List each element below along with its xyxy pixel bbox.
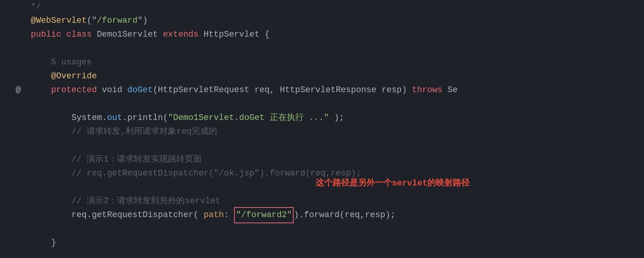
code-token: void — [97, 83, 127, 97]
code-line-7: protected void doGet(HttpServletRequest … — [31, 83, 644, 97]
code-line-15: // 演示2：请求转发到另外的servlet — [31, 194, 644, 208]
code-token-keyword: public — [31, 28, 61, 41]
code-token-comment: // req.getRequestDispatcher("/ok.jsp").f… — [31, 167, 361, 180]
code-line-11 — [31, 139, 644, 153]
code-token: req.getRequestDispatcher( — [31, 208, 204, 222]
editor-container: @ */ @WebServlet("/forward") public clas… — [0, 0, 644, 258]
code-token-param: path — [204, 208, 224, 222]
code-token-keyword: class — [66, 28, 92, 41]
code-token-method: out — [107, 111, 122, 125]
code-token: ); — [329, 111, 345, 125]
code-token: ") — [137, 14, 147, 27]
code-token-hint-box: "/forward2" — [234, 207, 294, 223]
code-token: */ — [31, 0, 41, 13]
code-token-string: /forward — [97, 14, 138, 27]
code-line-1: */ — [31, 0, 644, 14]
code-token: } — [31, 236, 56, 250]
code-token-annotation: @WebServlet — [31, 14, 87, 27]
code-token-throws: throws — [412, 83, 442, 97]
code-line-2: @WebServlet("/forward") — [31, 14, 644, 28]
code-token: (" — [87, 14, 97, 27]
code-line-12: // 演示1：请求转发实现跳转页面 — [31, 153, 644, 167]
code-token: .println( — [122, 111, 168, 125]
code-token: (HttpServletRequest req, HttpServletResp… — [153, 83, 412, 97]
code-token: System. — [31, 111, 107, 125]
code-token: HttpServlet { — [199, 28, 270, 41]
code-line-6: @Override — [31, 69, 644, 83]
code-token: Demo1Servlet — [92, 28, 163, 41]
code-line-16: req.getRequestDispatcher( path: "/forwar… — [31, 208, 644, 222]
code-line-8 — [31, 97, 644, 111]
code-token: Se — [442, 83, 458, 97]
code-line-17 — [31, 222, 644, 236]
code-line-4 — [31, 42, 644, 56]
code-line-10: // 请求转发,利用请求对象req完成的 — [31, 125, 644, 139]
code-token-keyword: extends — [163, 28, 198, 41]
code-token-comment: // 演示1：请求转发实现跳转页面 — [31, 153, 202, 166]
code-line-5: 5 usages — [31, 56, 644, 69]
line-gutter: @ — [0, 0, 27, 258]
code-area: */ @WebServlet("/forward") public class … — [27, 0, 644, 258]
code-token: : — [224, 208, 234, 222]
code-line-3: public class Demo1Servlet extends HttpSe… — [31, 28, 644, 42]
code-token-comment: // 演示2：请求转发到另外的servlet — [31, 194, 221, 208]
code-token-comment: // 请求转发,利用请求对象req完成的 — [31, 125, 217, 138]
code-token-method: doGet — [127, 83, 153, 97]
tooltip-annotation: 这个路径是另外一个servlet的映射路径 — [316, 177, 470, 190]
code-line-9: System.out.println("Demo1Servlet.doGet 正… — [31, 111, 644, 125]
code-token — [61, 28, 66, 41]
code-token-usages: 5 usages — [31, 56, 92, 69]
code-token-string: "Demo1Servlet.doGet 正在执行 ..." — [168, 111, 329, 125]
code-token: ).forward(req,resp); — [294, 208, 395, 222]
gutter-line-at: @ — [16, 83, 21, 97]
code-token-keyword: protected — [31, 83, 97, 97]
code-line-18: } — [31, 236, 644, 250]
code-token-override: @Override — [31, 69, 97, 83]
